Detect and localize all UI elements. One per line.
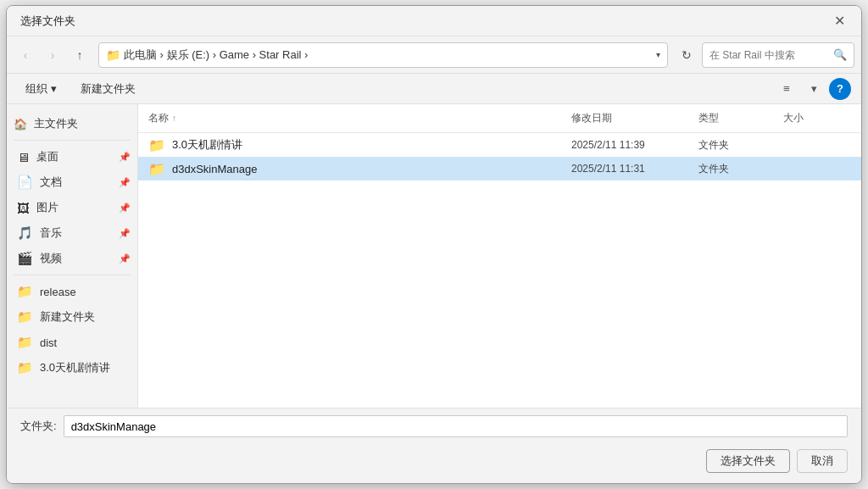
sidebar-item-desktop[interactable]: 🖥 桌面 📌 [7, 144, 137, 169]
sidebar-item-music[interactable]: 🎵 音乐 📌 [7, 220, 137, 246]
title-bar: 选择文件夹 ✕ [7, 6, 861, 36]
file-date-1: 2025/2/11 11:31 [571, 163, 698, 175]
file-picker-dialog: 选择文件夹 ✕ ‹ › ↑ 📁 此电脑 › 娱乐 (E:) › Game › S… [6, 5, 862, 484]
help-button[interactable]: ? [829, 78, 851, 100]
pin-icon-pictures: 📌 [119, 203, 131, 214]
file-date-0: 2025/2/11 11:39 [571, 139, 698, 151]
dist-folder-icon: 📁 [17, 335, 33, 350]
sidebar-release-label: release [40, 286, 76, 298]
sidebar-item-home[interactable]: 🏠 主文件夹 [7, 111, 137, 136]
sidebar-item-pictures[interactable]: 🖼 图片 📌 [7, 195, 137, 220]
sidebar-documents-label: 文档 [40, 175, 62, 190]
pin-icon-videos: 📌 [119, 253, 131, 264]
documents-icon: 📄 [17, 175, 33, 190]
file-type-1: 文件夹 [698, 162, 783, 176]
sidebar-pictures-label: 图片 [36, 200, 58, 215]
organize-arrow-icon: ▾ [51, 82, 57, 95]
bottom-area: 文件夹: 选择文件夹 取消 [7, 408, 861, 483]
sidebar-item-videos[interactable]: 🎬 视频 📌 [7, 246, 137, 271]
action-bar: 组织 ▾ 新建文件夹 ≡ ▾ ? [7, 74, 861, 104]
story-folder-icon: 📁 [17, 360, 33, 375]
organize-label: 组织 [25, 81, 47, 97]
toolbar: ‹ › ↑ 📁 此电脑 › 娱乐 (E:) › Game › Star Rail… [7, 36, 861, 74]
sidebar-item-story[interactable]: 📁 3.0天机剧情讲 [7, 355, 137, 381]
pin-icon-desktop: 📌 [119, 152, 131, 163]
sidebar-divider-1 [14, 140, 131, 141]
up-button[interactable]: ↑ [68, 43, 92, 67]
file-name-0: 3.0天机剧情讲 [172, 137, 242, 153]
address-bar[interactable]: 📁 此电脑 › 娱乐 (E:) › Game › Star Rail › ▾ [98, 42, 668, 68]
forward-button[interactable]: › [41, 43, 64, 67]
table-row[interactable]: 📁 3.0天机剧情讲 2025/2/11 11:39 文件夹 [138, 133, 861, 157]
desktop-icon: 🖥 [17, 150, 30, 164]
newfolder-icon: 📁 [17, 309, 33, 325]
sidebar-item-release[interactable]: 📁 release [7, 279, 137, 304]
folder-label: 文件夹: [20, 419, 57, 434]
file-folder-icon-0: 📁 [148, 137, 165, 153]
col-header-type[interactable]: 类型 [698, 108, 783, 129]
search-icon: 🔍 [833, 48, 847, 61]
address-dropdown-icon[interactable]: ▾ [656, 50, 660, 59]
pin-icon-music: 📌 [119, 228, 131, 239]
file-type-0: 文件夹 [698, 138, 783, 153]
refresh-button[interactable]: ↻ [675, 43, 698, 67]
file-name-cell-0: 📁 3.0天机剧情讲 [148, 137, 571, 153]
sidebar-item-dist[interactable]: 📁 dist [7, 330, 137, 355]
address-folder-icon: 📁 [106, 48, 120, 62]
new-folder-button[interactable]: 新建文件夹 [72, 78, 144, 100]
file-name-1: d3dxSkinManage [172, 163, 257, 175]
col-header-date[interactable]: 修改日期 [571, 108, 698, 129]
sidebar-home-label: 主文件夹 [34, 116, 78, 131]
col-header-size[interactable]: 大小 [783, 108, 851, 129]
music-icon: 🎵 [17, 225, 33, 241]
col-name-label: 名称 [148, 111, 169, 125]
pictures-icon: 🖼 [17, 201, 30, 215]
sidebar-divider-2 [14, 275, 131, 275]
file-folder-icon-1: 📁 [148, 161, 165, 177]
sidebar-music-label: 音乐 [40, 225, 62, 241]
pin-icon-documents: 📌 [119, 177, 131, 188]
col-header-name[interactable]: 名称 ↑ [148, 108, 571, 129]
address-path: 此电脑 › 娱乐 (E:) › Game › Star Rail › [124, 47, 653, 63]
sidebar: 🏠 主文件夹 🖥 桌面 📌 📄 文档 📌 🖼 图片 📌 🎵 音乐 [7, 104, 138, 408]
file-name-cell-1: 📁 d3dxSkinManage [148, 161, 571, 177]
file-list-header: 名称 ↑ 修改日期 类型 大小 [138, 104, 861, 133]
organize-button[interactable]: 组织 ▾ [17, 78, 65, 100]
sidebar-dist-label: dist [40, 336, 57, 349]
sidebar-videos-label: 视频 [40, 251, 62, 266]
cancel-button[interactable]: 取消 [797, 449, 848, 473]
sidebar-newfolder-label: 新建文件夹 [40, 309, 95, 325]
view-dropdown-button[interactable]: ▾ [802, 77, 826, 101]
back-button[interactable]: ‹ [14, 43, 37, 67]
folder-input-row: 文件夹: [7, 408, 861, 444]
button-row: 选择文件夹 取消 [7, 444, 861, 483]
close-button[interactable]: ✕ [827, 9, 851, 33]
sidebar-desktop-label: 桌面 [36, 149, 58, 164]
view-button[interactable]: ≡ [775, 77, 798, 101]
dialog-title: 选择文件夹 [20, 14, 75, 29]
home-icon: 🏠 [14, 118, 27, 131]
main-content: 🏠 主文件夹 🖥 桌面 📌 📄 文档 📌 🖼 图片 📌 🎵 音乐 [7, 104, 861, 408]
search-input[interactable] [709, 49, 830, 61]
sidebar-story-label: 3.0天机剧情讲 [40, 360, 110, 375]
sidebar-item-newfolder[interactable]: 📁 新建文件夹 [7, 304, 137, 330]
search-box[interactable]: 🔍 [702, 42, 854, 68]
folder-name-input[interactable] [64, 415, 848, 437]
action-bar-right: ≡ ▾ ? [775, 77, 851, 101]
table-row[interactable]: 📁 d3dxSkinManage 2025/2/11 11:31 文件夹 [138, 157, 861, 181]
sidebar-item-documents[interactable]: 📄 文档 📌 [7, 169, 137, 195]
file-list-container: 名称 ↑ 修改日期 类型 大小 📁 3.0天机剧情讲 2025/2/11 11:… [138, 104, 861, 408]
sort-arrow-icon: ↑ [172, 114, 176, 123]
videos-icon: 🎬 [17, 251, 33, 266]
select-folder-button[interactable]: 选择文件夹 [706, 449, 790, 473]
new-folder-label: 新建文件夹 [81, 81, 136, 97]
release-folder-icon: 📁 [17, 284, 33, 299]
